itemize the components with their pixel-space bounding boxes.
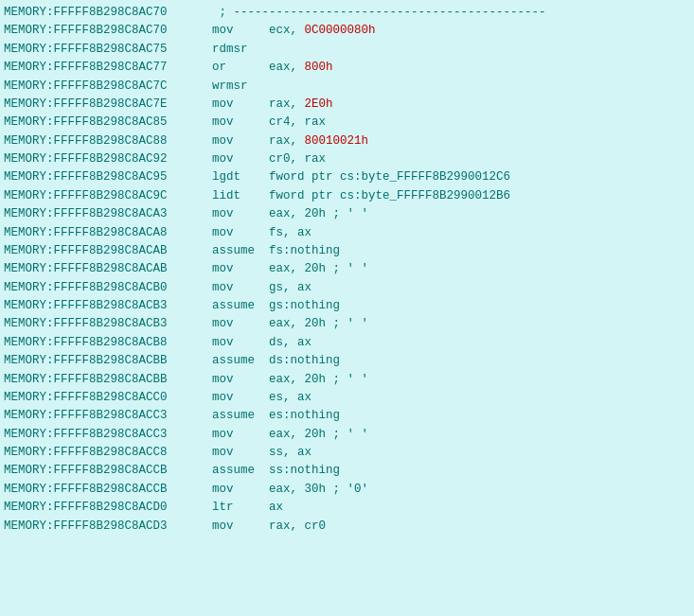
address: MEMORY:FFFFF8B298C8ACD0 <box>4 499 212 517</box>
operand-value: 0C0000080h <box>305 22 376 40</box>
mnemonic: or <box>212 59 269 77</box>
mnemonic: assume <box>212 297 269 315</box>
address: MEMORY:FFFFF8B298C8ACB0 <box>4 279 212 297</box>
mnemonic: assume <box>212 352 269 370</box>
address: MEMORY:FFFFF8B298C8ACB3 <box>4 315 212 333</box>
code-line: MEMORY:FFFFF8B298C8AC88 mov rax, 8001002… <box>4 132 690 150</box>
mnemonic: ltr <box>212 499 269 517</box>
operand: fword ptr cs:byte_FFFFF8B2990012C6 <box>269 168 510 186</box>
address: MEMORY:FFFFF8B298C8AC7E <box>4 96 212 114</box>
address: MEMORY:FFFFF8B298C8ACA3 <box>4 205 212 223</box>
address: MEMORY:FFFFF8B298C8AC9C <box>4 187 212 205</box>
address: MEMORY:FFFFF8B298C8ACBB <box>4 371 212 389</box>
code-line: MEMORY:FFFFF8B298C8ACAB mov eax, 20h ; '… <box>4 260 690 278</box>
operand: es, ax <box>269 389 311 407</box>
mnemonic: mov <box>212 426 269 444</box>
address: MEMORY:FFFFF8B298C8AC88 <box>4 132 212 150</box>
mnemonic: wrmsr <box>212 78 269 96</box>
code-line: MEMORY:FFFFF8B298C8ACCB mov eax, 30h ; '… <box>4 481 690 499</box>
operand-prefix: rax, <box>269 132 305 150</box>
code-line: MEMORY:FFFFF8B298C8ACC8 mov ss, ax <box>4 444 690 462</box>
operand: eax, 20h <box>269 205 326 223</box>
code-line: MEMORY:FFFFF8B298C8ACB8 mov ds, ax <box>4 334 690 352</box>
mnemonic: mov <box>212 205 269 223</box>
address: MEMORY:FFFFF8B298C8ACCB <box>4 462 212 480</box>
code-line: MEMORY:FFFFF8B298C8ACD0 ltr ax <box>4 499 690 517</box>
code-line: MEMORY:FFFFF8B298C8AC7E mov rax, 2E0h <box>4 96 690 114</box>
address: MEMORY:FFFFF8B298C8ACC3 <box>4 407 212 425</box>
mnemonic: mov <box>212 132 269 150</box>
mnemonic: mov <box>212 315 269 333</box>
code-line: MEMORY:FFFFF8B298C8ACD3 mov rax, cr0 <box>4 518 690 536</box>
code-line: MEMORY:FFFFF8B298C8AC7C wrmsr <box>4 78 690 96</box>
address: MEMORY:FFFFF8B298C8AC7C <box>4 78 212 96</box>
operand: fs, ax <box>269 224 311 242</box>
code-line: MEMORY:FFFFF8B298C8ACBB mov eax, 20h ; '… <box>4 371 690 389</box>
code-line: MEMORY:FFFFF8B298C8AC92 mov cr0, rax <box>4 150 690 168</box>
operand: ds, ax <box>269 334 311 352</box>
operand-value: 2E0h <box>305 96 333 114</box>
address: MEMORY:FFFFF8B298C8AC70 <box>4 22 212 40</box>
address: MEMORY:FFFFF8B298C8ACC8 <box>4 444 212 462</box>
code-line: MEMORY:FFFFF8B298C8ACC3 mov eax, 20h ; '… <box>4 426 690 444</box>
address: MEMORY:FFFFF8B298C8AC75 <box>4 41 212 59</box>
operand: cr0, rax <box>269 150 326 168</box>
mnemonic: rdmsr <box>212 41 269 59</box>
address: MEMORY:FFFFF8B298C8ACCB <box>4 481 212 499</box>
code-line: MEMORY:FFFFF8B298C8ACC0 mov es, ax <box>4 389 690 407</box>
operand: fword ptr cs:byte_FFFFF8B2990012B6 <box>269 187 510 205</box>
inline-comment: ; ' ' <box>326 205 368 223</box>
code-line: MEMORY:FFFFF8B298C8AC9C lidt fword ptr c… <box>4 187 690 205</box>
operand: gs:nothing <box>269 297 340 315</box>
disassembly-view: MEMORY:FFFFF8B298C8AC70 ; --------------… <box>0 2 694 537</box>
operand: eax, 20h <box>269 260 326 278</box>
inline-comment: ; '0' <box>326 481 368 499</box>
mnemonic: mov <box>212 444 269 462</box>
mnemonic: mov <box>212 96 269 114</box>
code-line: MEMORY:FFFFF8B298C8ACCB assume ss:nothin… <box>4 462 690 480</box>
operand: eax, 20h <box>269 371 326 389</box>
mnemonic: mov <box>212 518 269 536</box>
code-line: MEMORY:FFFFF8B298C8ACB3 assume gs:nothin… <box>4 297 690 315</box>
operand: eax, 30h <box>269 481 326 499</box>
operand: ds:nothing <box>269 352 340 370</box>
address: MEMORY:FFFFF8B298C8ACD3 <box>4 518 212 536</box>
code-line: MEMORY:FFFFF8B298C8ACB3 mov eax, 20h ; '… <box>4 315 690 333</box>
mnemonic: mov <box>212 224 269 242</box>
mnemonic: mov <box>212 279 269 297</box>
operand-value: 80010021h <box>305 132 369 150</box>
operand-prefix: ecx, <box>269 22 305 40</box>
address: MEMORY:FFFFF8B298C8AC70 <box>4 4 212 22</box>
operand: ax <box>269 499 283 517</box>
address: MEMORY:FFFFF8B298C8AC85 <box>4 114 212 132</box>
code-line: MEMORY:FFFFF8B298C8AC75 rdmsr <box>4 41 690 59</box>
mnemonic: mov <box>212 389 269 407</box>
mnemonic: mov <box>212 150 269 168</box>
mnemonic: mov <box>212 371 269 389</box>
code-line: MEMORY:FFFFF8B298C8ACB0 mov gs, ax <box>4 279 690 297</box>
operand: eax, 20h <box>269 426 326 444</box>
code-line: MEMORY:FFFFF8B298C8ACA3 mov eax, 20h ; '… <box>4 205 690 223</box>
address: MEMORY:FFFFF8B298C8ACB8 <box>4 334 212 352</box>
mnemonic: mov <box>212 22 269 40</box>
operand: ss, ax <box>269 444 311 462</box>
address: MEMORY:FFFFF8B298C8AC95 <box>4 168 212 186</box>
operand: es:nothing <box>269 407 340 425</box>
mnemonic: mov <box>212 114 269 132</box>
code-line: MEMORY:FFFFF8B298C8ACC3 assume es:nothin… <box>4 407 690 425</box>
separator: ; <box>212 4 234 22</box>
mnemonic: mov <box>212 260 269 278</box>
operand: rax, cr0 <box>269 518 326 536</box>
address: MEMORY:FFFFF8B298C8ACAB <box>4 242 212 260</box>
inline-comment: ; ' ' <box>326 260 368 278</box>
code-line: MEMORY:FFFFF8B298C8ACBB assume ds:nothin… <box>4 352 690 370</box>
operand-prefix: eax, <box>269 59 305 77</box>
mnemonic: assume <box>212 242 269 260</box>
code-line: MEMORY:FFFFF8B298C8AC85 mov cr4, rax <box>4 114 690 132</box>
mnemonic: mov <box>212 481 269 499</box>
inline-comment: ; ' ' <box>326 371 368 389</box>
code-line: MEMORY:FFFFF8B298C8AC95 lgdt fword ptr c… <box>4 168 690 186</box>
code-line: MEMORY:FFFFF8B298C8AC70 mov ecx, 0C00000… <box>4 22 690 40</box>
operand: ss:nothing <box>269 462 340 480</box>
mnemonic: assume <box>212 407 269 425</box>
